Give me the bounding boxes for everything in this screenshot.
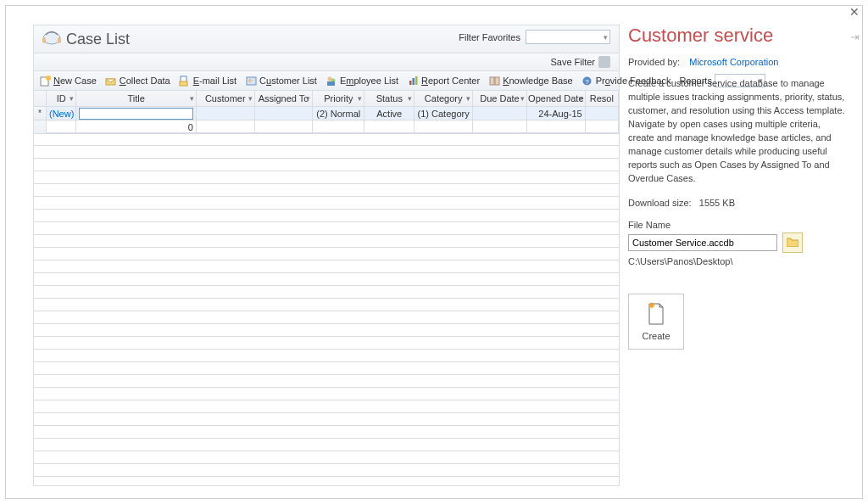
grid-row-summary: 0	[34, 120, 619, 134]
col-priority[interactable]: Priority▾	[313, 91, 364, 106]
collect-data-button[interactable]: Collect Data	[105, 75, 170, 87]
svg-marker-21	[787, 238, 798, 247]
browse-folder-button[interactable]	[782, 232, 803, 253]
col-assigned-to[interactable]: Assigned To▾	[255, 91, 314, 106]
col-customer[interactable]: Customer▾	[197, 91, 255, 106]
case-list-title: Case List	[66, 31, 130, 48]
customer-list-button[interactable]: Customer List	[245, 75, 317, 87]
col-opened-date[interactable]: Opened Date▾	[527, 91, 586, 106]
case-grid[interactable]: ID▾ Title▾ Customer▾ Assigned To▾ Priori…	[34, 91, 619, 485]
cell-priority[interactable]: (2) Normal	[313, 107, 364, 120]
collect-data-icon	[105, 75, 117, 87]
col-resolved[interactable]: Resol	[586, 91, 619, 106]
employee-list-icon	[326, 75, 337, 87]
download-size-row: Download size: 1555 KB	[628, 198, 847, 208]
report-center-icon	[407, 75, 419, 87]
svg-text:?: ?	[585, 77, 589, 85]
svg-rect-13	[327, 81, 335, 86]
grid-body[interactable]: * (New) (2) Normal Active (1) Category 2…	[34, 107, 619, 485]
col-id[interactable]: ID▾	[47, 91, 76, 106]
col-status[interactable]: Status▾	[364, 91, 415, 106]
template-preview-dialog: Case List Filter Favorites ▾ Save Filter…	[5, 5, 863, 499]
case-list-subheader: Save Filter	[34, 53, 619, 71]
save-filter-label[interactable]: Save Filter	[550, 57, 595, 67]
template-description: Create a customer service database to ma…	[628, 77, 847, 186]
email-list-icon	[179, 75, 191, 87]
download-size-value: 1555 KB	[699, 198, 735, 208]
template-title: Customer service	[628, 25, 847, 47]
knowledge-base-button[interactable]: Knowledge Base	[488, 75, 573, 87]
svg-rect-8	[180, 81, 187, 86]
svg-rect-2	[58, 37, 61, 43]
feedback-icon: ?	[581, 75, 593, 87]
cell-assigned-to[interactable]	[255, 107, 314, 120]
provided-by-row: Provided by: Microsoft Corporation	[628, 57, 847, 67]
svg-rect-18	[495, 77, 499, 85]
report-center-button[interactable]: Report Center	[407, 75, 480, 87]
provided-by-label: Provided by:	[628, 57, 680, 67]
grid-header-row: ID▾ Title▾ Customer▾ Assigned To▾ Priori…	[34, 91, 619, 107]
new-row-indicator-icon: *	[34, 107, 47, 120]
file-name-input[interactable]	[628, 234, 777, 251]
col-title[interactable]: Title▾	[76, 91, 196, 106]
file-name-row	[628, 232, 847, 253]
customer-list-icon	[245, 75, 257, 87]
new-document-icon	[647, 302, 665, 328]
filter-favorites-dropdown[interactable]: ▾	[526, 30, 610, 44]
cell-id[interactable]: (New)	[47, 107, 76, 120]
new-case-text: ew Case	[60, 76, 97, 86]
create-button[interactable]: Create	[628, 294, 684, 350]
cell-status[interactable]: Active	[364, 107, 415, 120]
cell-due-date[interactable]	[473, 107, 527, 120]
headset-icon	[41, 31, 61, 48]
new-case-button[interactable]: New Case	[39, 75, 97, 87]
cell-opened-date[interactable]: 24-Aug-15	[527, 107, 586, 120]
svg-rect-14	[409, 81, 412, 85]
filter-favorites-label: Filter Favorites	[459, 32, 520, 42]
employee-list-button[interactable]: Employee List	[326, 75, 398, 87]
svg-rect-17	[490, 77, 494, 85]
case-list-toolbar: New Case Collect Data E-mail List Custom…	[34, 71, 619, 91]
provided-by-link[interactable]: Microsoft Corporation	[689, 57, 778, 67]
new-case-icon	[39, 75, 51, 87]
template-info-pane: Customer service Provided by: Microsoft …	[620, 6, 862, 498]
svg-point-10	[248, 79, 252, 82]
file-name-label: File Name	[628, 220, 847, 230]
save-path: C:\Users\Panos\Desktop\	[628, 256, 847, 266]
folder-icon	[787, 237, 798, 249]
svg-marker-23	[659, 304, 663, 307]
case-list-header: Case List Filter Favorites ▾	[34, 25, 619, 53]
svg-rect-1	[42, 37, 46, 43]
svg-rect-15	[412, 78, 415, 85]
row-header-blank	[34, 91, 47, 106]
cell-category[interactable]: (1) Category	[415, 107, 473, 120]
row-header-blank2	[34, 120, 47, 133]
case-list-panel: Case List Filter Favorites ▾ Save Filter…	[33, 25, 620, 486]
create-label: Create	[642, 331, 670, 341]
cell-title[interactable]	[76, 107, 196, 120]
cell-resolved[interactable]	[586, 107, 619, 120]
email-list-button[interactable]: E-mail List	[179, 75, 236, 87]
summary-title: 0	[76, 120, 196, 133]
preview-pane: Case List Filter Favorites ▾ Save Filter…	[6, 6, 620, 498]
svg-rect-16	[415, 76, 418, 85]
download-size-label: Download size:	[628, 198, 692, 208]
save-filter-icon[interactable]	[598, 56, 610, 68]
grid-row-new[interactable]: * (New) (2) Normal Active (1) Category 2…	[34, 107, 619, 120]
filter-favorites-row: Filter Favorites ▾	[459, 30, 610, 44]
svg-point-4	[46, 76, 51, 81]
col-due-date[interactable]: Due Date▾	[473, 91, 527, 106]
cell-customer[interactable]	[197, 107, 255, 120]
knowledge-base-icon	[488, 75, 500, 87]
col-category[interactable]: Category▾	[415, 91, 473, 106]
